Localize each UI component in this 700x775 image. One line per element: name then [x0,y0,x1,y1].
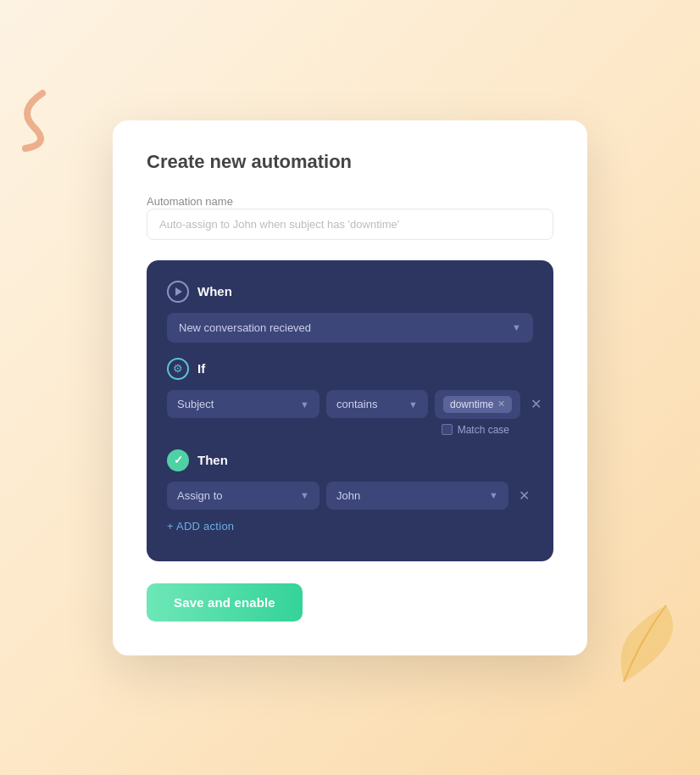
match-case-row: Match case [167,424,533,436]
contains-chevron-icon: ▼ [408,399,418,410]
gear-icon: ⚙ [173,362,183,375]
assignee-value: John [336,489,360,502]
if-icon: ⚙ [167,358,189,380]
when-dropdown-value: New conversation recieved [179,321,311,334]
then-section-header: ✓ Then [167,449,533,471]
then-action-row: Assign to ▼ John ▼ ✕ [167,482,533,510]
tag-remove-icon[interactable]: ✕ [497,399,505,409]
match-case-label: Match case [458,424,509,436]
subject-select[interactable]: Subject ▼ [167,390,319,418]
then-section: ✓ Then Assign to ▼ John ▼ ✕ + ADD action [167,449,533,534]
match-case-checkbox[interactable] [442,424,453,435]
check-icon: ✓ [174,454,183,466]
subject-select-value: Subject [177,398,214,410]
tag-value: downtime [450,399,493,410]
contains-select-value: contains [336,398,377,410]
when-icon [167,281,189,303]
play-triangle-icon [175,287,182,296]
if-condition-row: Subject ▼ contains ▼ downtime ✕ ✕ [167,390,533,419]
downtime-tag: downtime ✕ [443,396,512,413]
then-icon: ✓ [167,449,189,471]
then-row-remove-button[interactable]: ✕ [515,484,533,507]
add-action-button[interactable]: + ADD action [167,518,234,534]
assignee-select[interactable]: John ▼ [326,482,508,510]
dark-panel: When New conversation recieved ▼ ⚙ If Su… [147,260,553,561]
if-section-header: ⚙ If [167,358,533,380]
automation-name-input[interactable] [147,209,553,240]
assign-to-value: Assign to [177,489,222,502]
if-label: If [197,361,205,376]
save-enable-button[interactable]: Save and enable [147,583,303,622]
bg-leaf [607,597,683,690]
assignee-chevron-icon: ▼ [489,490,498,500]
modal-card: Create new automation Automation name Wh… [113,120,587,655]
bg-squiggle [0,85,59,153]
when-dropdown[interactable]: New conversation recieved ▼ [167,313,533,343]
if-row-remove-button[interactable]: ✕ [527,393,545,415]
then-label: Then [197,453,228,467]
when-section-header: When [167,281,533,303]
assign-to-select[interactable]: Assign to ▼ [167,482,319,510]
if-section: ⚙ If Subject ▼ contains ▼ downtime ✕ [167,358,533,436]
subject-chevron-icon: ▼ [300,399,309,410]
automation-name-label: Automation name [147,195,233,208]
when-chevron-icon: ▼ [512,322,521,332]
contains-select[interactable]: contains ▼ [326,390,428,418]
assign-chevron-icon: ▼ [300,490,309,500]
when-label: When [197,284,232,298]
tag-input-box: downtime ✕ [435,390,520,419]
modal-title: Create new automation [147,151,553,173]
